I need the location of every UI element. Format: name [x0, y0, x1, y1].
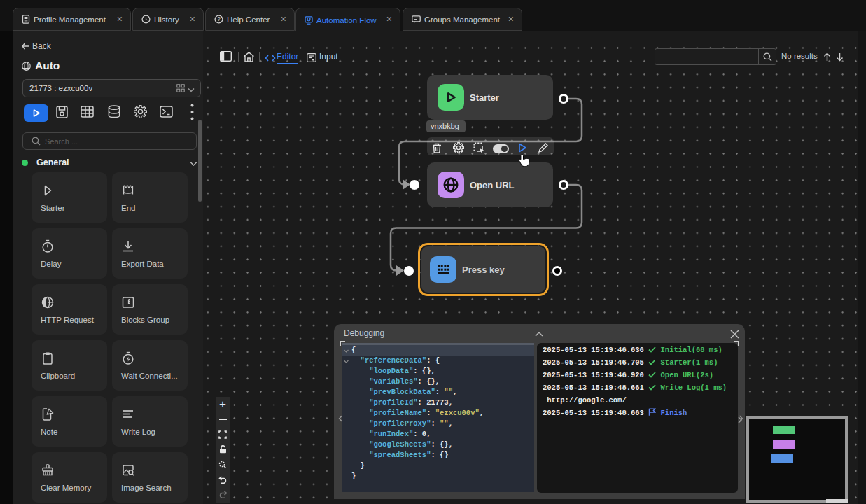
svg-text:?: ? — [217, 15, 221, 22]
